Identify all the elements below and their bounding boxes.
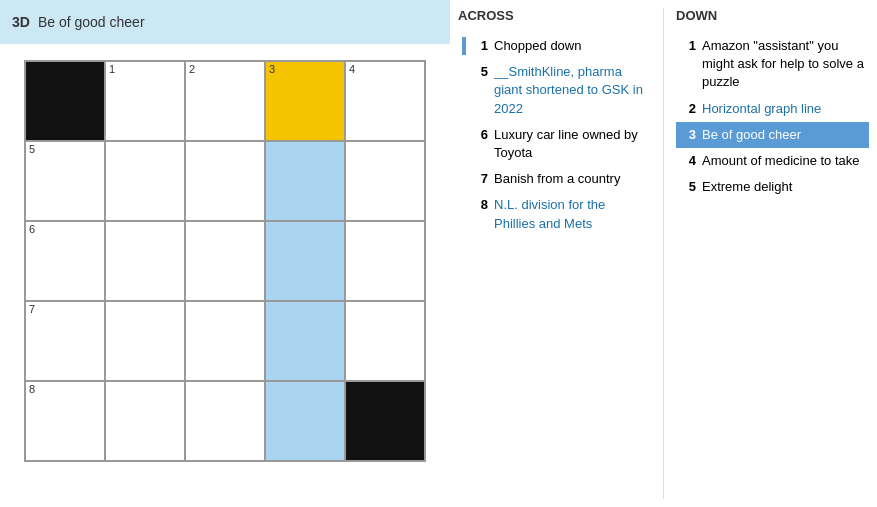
grid-cell[interactable] bbox=[26, 62, 106, 142]
clue-number: 5 bbox=[680, 178, 696, 196]
clue-text: Horizontal graph line bbox=[702, 100, 821, 118]
clue-number: 5 bbox=[472, 63, 488, 81]
crossword-panel: 3D Be of good cheer 12345678 bbox=[0, 0, 450, 507]
clue-text: Amazon "assistant" you might ask for hel… bbox=[702, 37, 865, 92]
down-clue-item[interactable]: 5Extreme delight bbox=[676, 174, 869, 200]
down-clue-item[interactable]: 2Horizontal graph line bbox=[676, 96, 869, 122]
grid-cell[interactable]: 5 bbox=[26, 142, 106, 222]
clue-number: 1 bbox=[680, 37, 696, 55]
cell-number: 5 bbox=[29, 144, 35, 155]
active-clue-header: 3D Be of good cheer bbox=[0, 0, 450, 44]
grid-cell[interactable] bbox=[106, 142, 186, 222]
grid-cell[interactable] bbox=[186, 302, 266, 382]
cell-number: 7 bbox=[29, 304, 35, 315]
across-clue-item[interactable]: 1Chopped down bbox=[458, 33, 651, 59]
grid-cell[interactable] bbox=[266, 222, 346, 302]
grid-cell[interactable] bbox=[346, 222, 426, 302]
clue-number: 6 bbox=[472, 126, 488, 144]
cell-number: 3 bbox=[269, 64, 275, 75]
grid-cell[interactable]: 2 bbox=[186, 62, 266, 142]
clue-number: 2 bbox=[680, 100, 696, 118]
cell-number: 6 bbox=[29, 224, 35, 235]
grid-cell[interactable] bbox=[266, 382, 346, 462]
cell-number: 2 bbox=[189, 64, 195, 75]
cell-number: 8 bbox=[29, 384, 35, 395]
crossword-grid: 12345678 bbox=[24, 60, 426, 462]
across-title: ACROSS bbox=[458, 8, 651, 25]
grid-cell[interactable]: 6 bbox=[26, 222, 106, 302]
down-clue-item[interactable]: 4Amount of medicine to take bbox=[676, 148, 869, 174]
grid-cell[interactable] bbox=[266, 142, 346, 222]
grid-cell[interactable] bbox=[346, 382, 426, 462]
grid-cell[interactable]: 8 bbox=[26, 382, 106, 462]
down-clues-list[interactable]: 1Amazon "assistant" you might ask for he… bbox=[676, 33, 869, 499]
across-clues-list[interactable]: 1Chopped down5__SmithKline, pharma giant… bbox=[458, 33, 651, 499]
grid-cell[interactable] bbox=[186, 382, 266, 462]
clue-text: __SmithKline, pharma giant shortened to … bbox=[494, 63, 647, 118]
across-clue-item[interactable]: 5__SmithKline, pharma giant shortened to… bbox=[458, 59, 651, 122]
clue-text: Be of good cheer bbox=[702, 126, 801, 144]
active-clue-text: Be of good cheer bbox=[38, 14, 145, 30]
down-clue-item[interactable]: 1Amazon "assistant" you might ask for he… bbox=[676, 33, 869, 96]
across-section: ACROSS 1Chopped down5__SmithKline, pharm… bbox=[450, 8, 659, 499]
grid-cell[interactable] bbox=[106, 382, 186, 462]
cell-number: 4 bbox=[349, 64, 355, 75]
clue-text: Banish from a country bbox=[494, 170, 620, 188]
active-indicator bbox=[462, 37, 466, 55]
across-clue-item[interactable]: 8N.L. division for the Phillies and Mets bbox=[458, 192, 651, 236]
clue-text: Luxury car line owned by Toyota bbox=[494, 126, 647, 162]
clue-number: 3 bbox=[680, 126, 696, 144]
grid-cell[interactable] bbox=[346, 142, 426, 222]
cell-number: 1 bbox=[109, 64, 115, 75]
clue-text: N.L. division for the Phillies and Mets bbox=[494, 196, 647, 232]
grid-cell[interactable] bbox=[106, 302, 186, 382]
section-divider bbox=[663, 8, 664, 499]
clue-text: Chopped down bbox=[494, 37, 581, 55]
down-section: DOWN 1Amazon "assistant" you might ask f… bbox=[668, 8, 877, 499]
down-title: DOWN bbox=[676, 8, 869, 25]
active-clue-number: 3D bbox=[12, 14, 30, 30]
grid-cell[interactable]: 1 bbox=[106, 62, 186, 142]
clue-number: 4 bbox=[680, 152, 696, 170]
clue-text: Extreme delight bbox=[702, 178, 792, 196]
grid-cell[interactable]: 4 bbox=[346, 62, 426, 142]
grid-cell[interactable] bbox=[186, 142, 266, 222]
grid-cell[interactable]: 3 bbox=[266, 62, 346, 142]
grid-cell[interactable] bbox=[346, 302, 426, 382]
clue-number: 8 bbox=[472, 196, 488, 214]
grid-container: 12345678 bbox=[0, 44, 450, 507]
clue-text: Amount of medicine to take bbox=[702, 152, 860, 170]
down-clue-item[interactable]: 3Be of good cheer bbox=[676, 122, 869, 148]
across-clue-item[interactable]: 7Banish from a country bbox=[458, 166, 651, 192]
clue-number: 7 bbox=[472, 170, 488, 188]
clue-number: 1 bbox=[472, 37, 488, 55]
clues-panel: ACROSS 1Chopped down5__SmithKline, pharm… bbox=[450, 0, 877, 507]
grid-cell[interactable] bbox=[106, 222, 186, 302]
grid-cell[interactable] bbox=[186, 222, 266, 302]
grid-cell[interactable]: 7 bbox=[26, 302, 106, 382]
across-clue-item[interactable]: 6Luxury car line owned by Toyota bbox=[458, 122, 651, 166]
grid-cell[interactable] bbox=[266, 302, 346, 382]
